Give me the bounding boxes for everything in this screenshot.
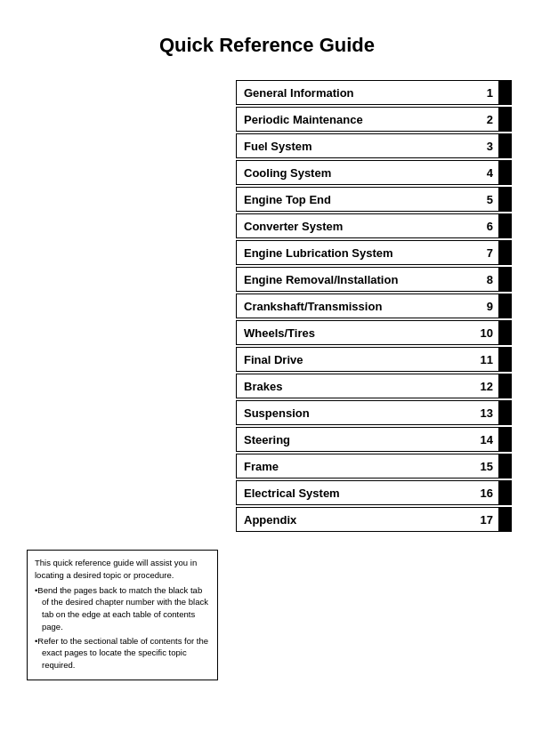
- toc-number: 9: [473, 300, 498, 313]
- toc-label: Cooling System: [237, 166, 473, 180]
- toc-black-tab: [498, 401, 511, 424]
- toc-label: Wheels/Tires: [237, 326, 473, 340]
- toc-black-tab: [498, 188, 511, 211]
- toc-black-tab: [498, 81, 511, 104]
- toc-black-tab: [498, 108, 511, 131]
- toc-number: 11: [473, 353, 498, 366]
- note-bullet2: •Refer to the sectional table of content…: [35, 635, 210, 672]
- page-title: Quick Reference Guide: [0, 0, 534, 73]
- toc-number: 3: [473, 140, 498, 153]
- toc-black-tab: [498, 454, 511, 478]
- toc-black-tab: [498, 134, 511, 157]
- toc-number: 7: [473, 246, 498, 260]
- toc-black-tab: [498, 508, 511, 531]
- toc-label: Steering: [237, 433, 473, 446]
- toc-label: Periodic Maintenance: [237, 113, 473, 126]
- toc-label: Appendix: [237, 513, 473, 527]
- toc-number: 17: [473, 513, 498, 527]
- toc-row[interactable]: Engine Top End5: [236, 187, 512, 212]
- toc-black-tab: [498, 428, 511, 451]
- toc-row[interactable]: Crankshaft/Transmission9: [236, 294, 512, 318]
- toc-black-tab: [498, 241, 511, 264]
- toc-row[interactable]: Appendix17: [236, 507, 512, 532]
- toc-black-tab: [498, 161, 511, 184]
- toc-number: 13: [473, 406, 498, 420]
- toc-number: 6: [473, 220, 498, 233]
- note-intro: This quick reference guide will assist y…: [35, 557, 210, 582]
- toc-label: Fuel System: [237, 140, 473, 153]
- toc-number: 15: [473, 460, 498, 473]
- toc-row[interactable]: Suspension13: [236, 400, 512, 425]
- toc-label: Engine Removal/Installation: [237, 273, 473, 286]
- toc-row[interactable]: Frame15: [236, 454, 512, 479]
- toc-black-tab: [498, 348, 511, 371]
- toc-label: Brakes: [237, 380, 473, 393]
- toc-row[interactable]: Converter System6: [236, 213, 512, 238]
- toc-row[interactable]: Steering14: [236, 427, 512, 452]
- toc-container: General Information1Periodic Maintenance…: [236, 80, 512, 534]
- toc-number: 8: [473, 273, 498, 286]
- toc-row[interactable]: Final Drive11: [236, 347, 512, 372]
- toc-row[interactable]: Wheels/Tires10: [236, 320, 512, 345]
- toc-number: 4: [473, 166, 498, 180]
- toc-number: 14: [473, 433, 498, 446]
- toc-row[interactable]: Electrical System16: [236, 480, 512, 505]
- note-box: This quick reference guide will assist y…: [27, 550, 218, 680]
- toc-number: 1: [473, 86, 498, 100]
- toc-row[interactable]: Brakes12: [236, 374, 512, 398]
- toc-black-tab: [498, 294, 511, 318]
- toc-number: 5: [473, 193, 498, 206]
- toc-label: Engine Top End: [237, 193, 473, 206]
- toc-black-tab: [498, 268, 511, 291]
- note-bullet1: •Bend the pages back to match the black …: [35, 584, 210, 633]
- toc-label: General Information: [237, 86, 473, 100]
- toc-black-tab: [498, 481, 511, 504]
- toc-label: Final Drive: [237, 353, 473, 366]
- toc-number: 2: [473, 113, 498, 126]
- toc-label: Frame: [237, 460, 473, 473]
- toc-black-tab: [498, 374, 511, 398]
- toc-label: Suspension: [237, 406, 473, 420]
- toc-black-tab: [498, 321, 511, 344]
- toc-number: 16: [473, 487, 498, 500]
- page: Quick Reference Guide General Informatio…: [0, 0, 534, 756]
- toc-label: Converter System: [237, 220, 473, 233]
- toc-row[interactable]: Fuel System3: [236, 133, 512, 158]
- toc-number: 12: [473, 380, 498, 393]
- toc-black-tab: [498, 214, 511, 237]
- toc-label: Crankshaft/Transmission: [237, 300, 473, 313]
- toc-number: 10: [473, 326, 498, 340]
- toc-row[interactable]: Engine Lubrication System7: [236, 240, 512, 265]
- toc-label: Engine Lubrication System: [237, 246, 473, 260]
- toc-row[interactable]: Engine Removal/Installation8: [236, 267, 512, 292]
- toc-row[interactable]: Cooling System4: [236, 160, 512, 185]
- toc-row[interactable]: Periodic Maintenance2: [236, 107, 512, 132]
- toc-label: Electrical System: [237, 487, 473, 500]
- toc-row[interactable]: General Information1: [236, 80, 512, 105]
